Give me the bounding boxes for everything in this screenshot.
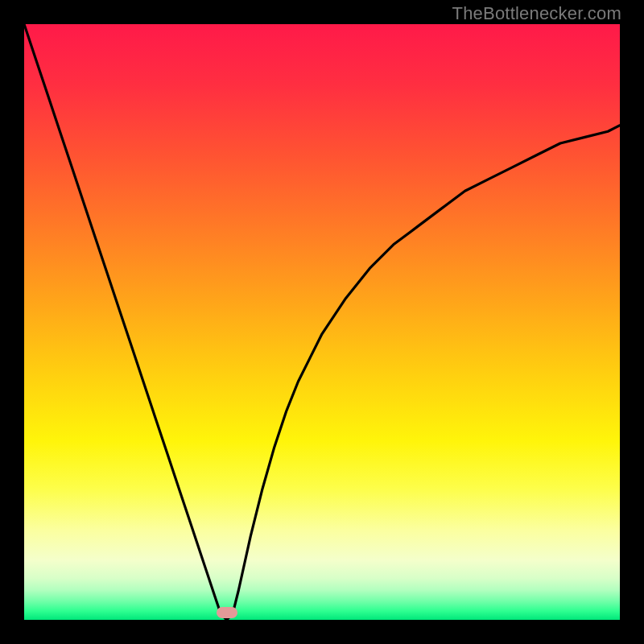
bottleneck-curve bbox=[24, 24, 620, 620]
watermark-text: TheBottlenecker.com bbox=[452, 3, 621, 24]
chart-frame: TheBottlenecker.com bbox=[0, 0, 644, 644]
plot-area bbox=[24, 24, 620, 620]
optimum-marker bbox=[217, 607, 237, 618]
